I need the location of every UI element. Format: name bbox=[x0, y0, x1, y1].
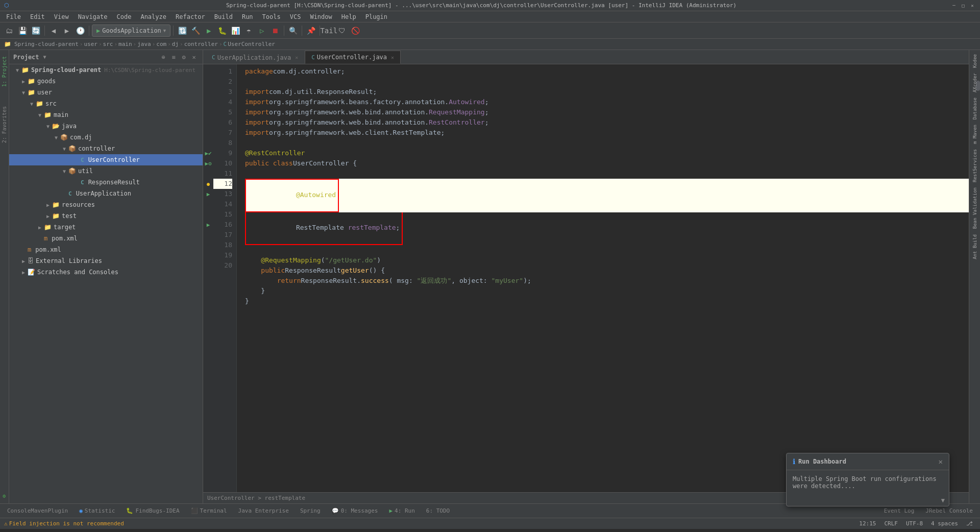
menu-refactor[interactable]: Refactor bbox=[172, 12, 209, 21]
tree-item-com-dj[interactable]: ▼ 📦 com.dj bbox=[9, 132, 203, 143]
menu-file[interactable]: File bbox=[2, 12, 25, 21]
bean-validation-panel-button[interactable]: Bean Validation bbox=[970, 185, 979, 231]
breadcrumb-main[interactable]: main bbox=[118, 41, 132, 47]
run-gutter-13[interactable]: ▶ bbox=[207, 191, 210, 198]
status-indent[interactable]: 4 spaces bbox=[928, 520, 961, 527]
search-button[interactable]: 🔍 bbox=[287, 25, 299, 37]
bottom-tab-terminal[interactable]: ⬛ Terminal bbox=[186, 505, 232, 517]
tree-item-util[interactable]: ▼ 📦 util bbox=[9, 165, 203, 177]
bottom-tab-console-maven[interactable]: ConsoleMavenPlugin bbox=[2, 505, 73, 517]
panel-close-button[interactable]: ✕ bbox=[189, 53, 199, 62]
menu-navigate[interactable]: Navigate bbox=[74, 12, 112, 21]
status-position[interactable]: 12:15 bbox=[856, 520, 879, 527]
bottom-tab-event-log[interactable]: Event Log bbox=[879, 505, 920, 517]
bottom-tab-statistic[interactable]: ◉ Statistic bbox=[74, 505, 120, 517]
run-dashboard-expand-icon[interactable]: ▼ bbox=[941, 497, 945, 504]
menu-view[interactable]: View bbox=[50, 12, 73, 21]
maven-panel-button[interactable]: m Maven bbox=[970, 123, 979, 146]
project-panel-toggle[interactable]: 1: Project bbox=[1, 52, 8, 91]
menu-vcs[interactable]: VCS bbox=[286, 12, 305, 21]
panel-collapse-all-button[interactable]: ≡ bbox=[169, 53, 178, 62]
run-gutter-9[interactable]: ▶✔ bbox=[205, 150, 211, 157]
inspect-button[interactable]: 🛡 bbox=[336, 25, 348, 37]
breadcrumb-usercontroller[interactable]: UserController bbox=[228, 41, 275, 47]
run-config-dropdown[interactable]: ▶ GoodsApplication ▼ bbox=[92, 25, 170, 37]
tree-item-userapplication[interactable]: C UserApplication bbox=[9, 188, 203, 199]
tree-item-responseresult[interactable]: C ResponseResult bbox=[9, 177, 203, 188]
menu-analyze[interactable]: Analyze bbox=[136, 12, 170, 21]
breadcrumb-src[interactable]: src bbox=[103, 41, 113, 47]
panel-scope-button[interactable]: ⊕ bbox=[159, 53, 168, 62]
menu-run[interactable]: Run bbox=[238, 12, 257, 21]
tree-item-usercontroller[interactable]: C UserController bbox=[9, 154, 203, 165]
kodee-panel-button[interactable]: Kodee bbox=[970, 52, 979, 70]
favorites-panel-toggle[interactable]: 2: Favorites bbox=[1, 102, 8, 147]
project-dropdown-arrow[interactable]: ▼ bbox=[43, 54, 46, 60]
breadcrumb-com[interactable]: com bbox=[156, 41, 166, 47]
run-gutter-16[interactable]: ▶ bbox=[207, 222, 210, 228]
tree-item-scratches[interactable]: ▶ 📝 Scratches and Consoles bbox=[9, 267, 203, 278]
bottom-tab-todo[interactable]: 6: TODO bbox=[421, 505, 455, 517]
recent-files-button[interactable]: 🕐 bbox=[74, 25, 86, 37]
panel-settings-button[interactable]: ⚙ bbox=[179, 53, 188, 62]
status-charset[interactable]: UTF-8 bbox=[903, 520, 926, 527]
tree-item-root[interactable]: ▼ 📁 Spring-cloud-parent H:\CSDN\Spring-c… bbox=[9, 64, 203, 76]
tail-button[interactable]: Tail bbox=[323, 25, 335, 37]
database-panel-button[interactable]: Database bbox=[970, 95, 979, 122]
vcs-button[interactable]: 📌 bbox=[305, 25, 317, 37]
menu-code[interactable]: Code bbox=[113, 12, 136, 21]
status-crlf[interactable]: CRLF bbox=[881, 520, 901, 527]
ant-build-panel-button[interactable]: Ant Build bbox=[970, 232, 979, 261]
bottom-tab-spring[interactable]: Spring bbox=[295, 505, 326, 517]
breadcrumb-controller[interactable]: controller bbox=[184, 41, 218, 47]
menu-plugin[interactable]: Plugin bbox=[361, 12, 391, 21]
tree-item-main[interactable]: ▼ 📁 main bbox=[9, 109, 203, 120]
run-gutter-10[interactable]: ▶⚙ bbox=[205, 160, 211, 167]
tab-userapplication[interactable]: C UserApplication.java ✕ bbox=[205, 51, 305, 64]
bottom-tab-run[interactable]: ▶ 4: Run bbox=[384, 505, 420, 517]
play-button[interactable]: ▶ bbox=[203, 25, 215, 37]
cancel-button[interactable]: 🚫 bbox=[349, 25, 361, 37]
tree-item-test[interactable]: ▶ 📁 test bbox=[9, 210, 203, 222]
menu-edit[interactable]: Edit bbox=[26, 12, 49, 21]
sync-button[interactable]: 🔄 bbox=[30, 25, 42, 37]
code-content[interactable]: package com.dj.controller; import com.dj… bbox=[237, 64, 969, 492]
save-button[interactable]: 💾 bbox=[16, 25, 29, 37]
status-git[interactable]: ⎇ bbox=[963, 520, 976, 527]
breadcrumb-spring-cloud-parent[interactable]: Spring-cloud-parent bbox=[14, 41, 79, 47]
axcoder-panel-button[interactable]: AXcoder bbox=[970, 71, 979, 94]
breadcrumb-dj[interactable]: dj bbox=[172, 41, 179, 47]
tree-item-external-libraries[interactable]: ▶ 🗄 External Libraries bbox=[9, 255, 203, 267]
run-with-button[interactable]: ▷ bbox=[256, 25, 268, 37]
tree-item-goods[interactable]: ▶ 📁 goods bbox=[9, 76, 203, 87]
menu-tools[interactable]: Tools bbox=[258, 12, 285, 21]
tree-item-controller[interactable]: ▼ 📦 controller bbox=[9, 143, 203, 154]
coverage-button[interactable]: ☂ bbox=[242, 25, 255, 37]
bottom-tab-messages[interactable]: 💬 0: Messages bbox=[327, 505, 383, 517]
reload-button[interactable]: 🔃 bbox=[176, 25, 188, 37]
tab-userapplication-close[interactable]: ✕ bbox=[295, 55, 298, 60]
project-structure-button[interactable]: 🗂 bbox=[3, 25, 15, 37]
back-button[interactable]: ◀ bbox=[47, 25, 60, 37]
rest-services-panel-button[interactable]: RestServices bbox=[970, 147, 979, 184]
minimize-button[interactable]: ─ bbox=[950, 2, 958, 9]
tab-usercontroller[interactable]: C UserController.java ✕ bbox=[305, 51, 401, 64]
code-editor[interactable]: ▶✔ ▶⚙ ● ▶ ▶ 12345 678910 1 bbox=[203, 64, 969, 492]
tree-item-src[interactable]: ▼ 📁 src bbox=[9, 98, 203, 109]
breadcrumb-java[interactable]: java bbox=[137, 41, 151, 47]
tree-item-target[interactable]: ▶ 📁 target bbox=[9, 222, 203, 233]
breadcrumb-user[interactable]: user bbox=[84, 41, 97, 47]
build-button[interactable]: 🔨 bbox=[189, 25, 202, 37]
maximize-button[interactable]: □ bbox=[960, 2, 967, 9]
tree-item-resources[interactable]: ▶ 📁 resources bbox=[9, 199, 203, 210]
tree-item-java[interactable]: ▼ 📂 java bbox=[9, 120, 203, 132]
menu-help[interactable]: Help bbox=[337, 12, 360, 21]
tree-item-pom-user[interactable]: m pom.xml bbox=[9, 233, 203, 244]
close-button[interactable]: ✕ bbox=[969, 2, 976, 9]
tab-usercontroller-close[interactable]: ✕ bbox=[391, 55, 394, 60]
run-dashboard-close-button[interactable]: ✕ bbox=[939, 457, 943, 466]
tree-item-pom-root[interactable]: m pom.xml bbox=[9, 244, 203, 255]
bottom-tab-findbugs[interactable]: 🐛 FindBugs-IDEA bbox=[121, 505, 184, 517]
forward-button[interactable]: ▶ bbox=[61, 25, 73, 37]
menu-build[interactable]: Build bbox=[210, 12, 237, 21]
